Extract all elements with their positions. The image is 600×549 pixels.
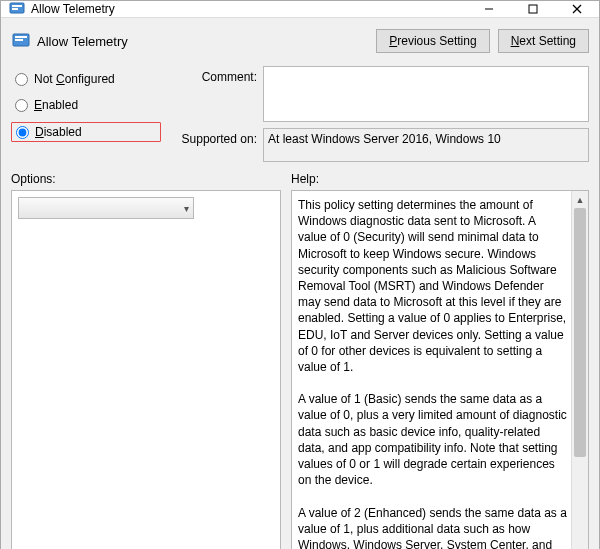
help-column: Help: This policy setting determines the… bbox=[291, 172, 589, 549]
scroll-up-icon[interactable]: ▲ bbox=[572, 191, 588, 208]
policy-icon bbox=[9, 1, 25, 17]
titlebar: Allow Telemetry bbox=[1, 1, 599, 18]
dialog-body: Allow Telemetry Previous Setting Next Se… bbox=[1, 18, 599, 549]
nav-buttons: Previous Setting Next Setting bbox=[376, 29, 589, 53]
config-row: Not Configured Enabled Disabled Comment: bbox=[11, 66, 589, 162]
help-label: Help: bbox=[291, 172, 589, 190]
chevron-down-icon: ▾ bbox=[184, 203, 189, 214]
policy-icon bbox=[11, 31, 31, 51]
radio-enabled-input[interactable] bbox=[15, 99, 28, 112]
radio-not-configured[interactable]: Not Configured bbox=[11, 70, 161, 88]
supported-label: Supported on: bbox=[171, 128, 257, 162]
svg-rect-2 bbox=[12, 8, 18, 10]
comment-row: Comment: bbox=[171, 66, 589, 122]
window-title: Allow Telemetry bbox=[31, 2, 467, 16]
svg-rect-4 bbox=[529, 5, 537, 13]
radio-not-configured-input[interactable] bbox=[15, 73, 28, 86]
mid-split: Options: ▾ Help: This policy setting det… bbox=[11, 172, 589, 549]
options-column: Options: ▾ bbox=[11, 172, 281, 549]
next-setting-button[interactable]: Next Setting bbox=[498, 29, 589, 53]
radio-disabled-input[interactable] bbox=[16, 126, 29, 139]
options-combo[interactable]: ▾ bbox=[18, 197, 194, 219]
comment-column: Comment: Supported on: bbox=[171, 66, 589, 162]
help-scrollbar[interactable]: ▲ ▼ bbox=[571, 191, 588, 549]
supported-textarea bbox=[263, 128, 589, 162]
svg-rect-8 bbox=[15, 36, 27, 38]
supported-row: Supported on: bbox=[171, 128, 589, 162]
svg-rect-1 bbox=[12, 5, 22, 7]
policy-title: Allow Telemetry bbox=[37, 34, 376, 49]
window-controls bbox=[467, 1, 599, 17]
state-radios: Not Configured Enabled Disabled bbox=[11, 66, 161, 162]
header-row: Allow Telemetry Previous Setting Next Se… bbox=[11, 24, 589, 58]
help-text: This policy setting determines the amoun… bbox=[292, 191, 571, 549]
scroll-thumb[interactable] bbox=[574, 208, 586, 457]
svg-rect-9 bbox=[15, 39, 23, 41]
comment-label: Comment: bbox=[171, 66, 257, 122]
help-panel: This policy setting determines the amoun… bbox=[291, 190, 589, 549]
options-label: Options: bbox=[11, 172, 281, 190]
options-panel: ▾ bbox=[11, 190, 281, 549]
scroll-track[interactable] bbox=[572, 208, 588, 549]
previous-setting-button[interactable]: Previous Setting bbox=[376, 29, 489, 53]
minimize-button[interactable] bbox=[467, 1, 511, 17]
maximize-button[interactable] bbox=[511, 1, 555, 17]
radio-enabled[interactable]: Enabled bbox=[11, 96, 161, 114]
policy-editor-window: Allow Telemetry Allow Telemetry bbox=[0, 0, 600, 549]
close-button[interactable] bbox=[555, 1, 599, 17]
radio-disabled[interactable]: Disabled bbox=[11, 122, 161, 142]
comment-textarea[interactable] bbox=[263, 66, 589, 122]
